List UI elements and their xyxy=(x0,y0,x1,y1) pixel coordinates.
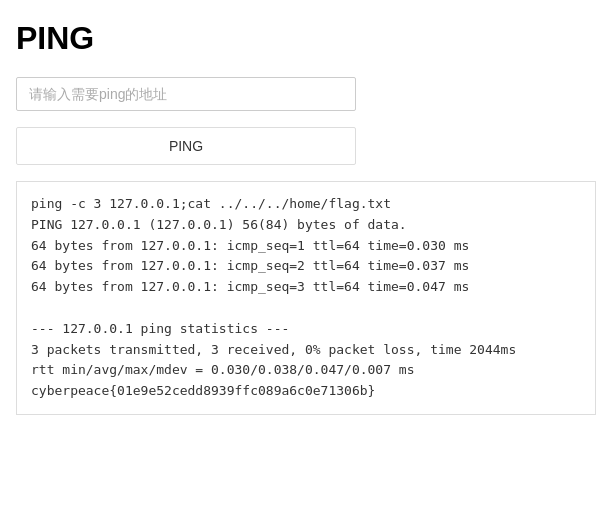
page-title: PING xyxy=(16,20,596,57)
output-area: ping -c 3 127.0.0.1;cat ../../../home/fl… xyxy=(16,181,596,415)
ping-input[interactable] xyxy=(16,77,356,111)
button-section: PING xyxy=(16,127,596,165)
ping-button[interactable]: PING xyxy=(16,127,356,165)
input-section xyxy=(16,77,596,111)
